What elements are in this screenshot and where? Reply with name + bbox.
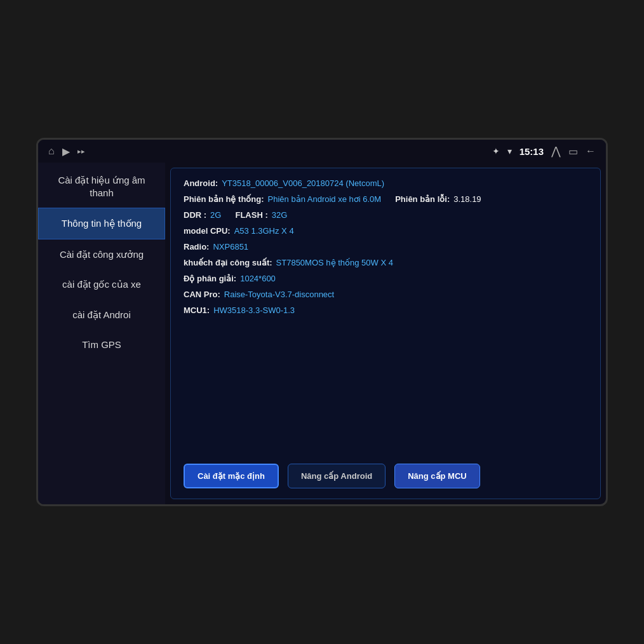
canpro-value: Raise-Toyota-V3.7-disconnect	[224, 290, 334, 299]
flash-label: FLASH :	[235, 210, 267, 220]
radio-row: Radio: NXP6851	[184, 242, 587, 252]
cpu-row: model CPU: A53 1.3GHz X 4	[184, 226, 587, 236]
sidebar-item-thong-tin-he-thong[interactable]: Thông tin hệ thống	[38, 208, 165, 239]
play-icon[interactable]: ▶	[62, 145, 70, 158]
canpro-row: CAN Pro: Raise-Toyota-V3.7-disconnect	[184, 290, 587, 299]
android-label: Android:	[184, 178, 218, 188]
nang-cap-mcu-button[interactable]: Nâng cấp MCU	[394, 464, 480, 488]
status-bar: ⌂ ▶ ▸▸ ✦ ▾ 15:13 ⋀ ▭ ←	[38, 140, 606, 163]
ddr-value: 2G	[210, 210, 221, 220]
amplifier-value: ST7850MOS hệ thống 50W X 4	[276, 258, 393, 267]
resolution-row: Độ phân giải: 1024*600	[184, 274, 587, 283]
android-value: YT3518_00006_V006_20180724 (NetcomL)	[222, 178, 384, 188]
resolution-value: 1024*600	[240, 274, 276, 283]
sidebar: Cài đặt hiệu ứng âm thanh Thông tin hệ t…	[38, 163, 165, 504]
sidebar-item-cai-dat-cong-xuong[interactable]: Cài đặt công xưởng	[38, 239, 165, 270]
flash-value: 32G	[272, 210, 288, 220]
radio-label: Radio:	[184, 242, 209, 252]
mcu-label: MCU1:	[184, 305, 210, 315]
radio-value: NXP6851	[213, 242, 248, 252]
ddr-label: DDR :	[184, 210, 206, 220]
amplifier-row: khuếch đại công suất: ST7850MOS hệ thống…	[184, 258, 587, 267]
status-bar-left: ⌂ ▶ ▸▸	[48, 145, 85, 158]
resolution-label: Độ phân giải:	[184, 274, 236, 283]
android-row: Android: YT3518_00006_V006_20180724 (Net…	[184, 178, 587, 188]
sidebar-item-cai-dat-goc[interactable]: cài đặt gốc của xe	[38, 269, 165, 300]
sidebar-item-cai-dat-hieu-ung[interactable]: Cài đặt hiệu ứng âm thanh	[38, 165, 165, 208]
bluetooth-icon: ✦	[492, 146, 500, 156]
nang-cap-android-button[interactable]: Nâng cấp Android	[288, 464, 386, 488]
mcu-value: HW3518-3.3-SW0-1.3	[213, 305, 295, 315]
phienban-label: Phiên bản hệ thống:	[184, 194, 264, 204]
cpu-value: A53 1.3GHz X 4	[234, 226, 294, 236]
clock: 15:13	[520, 146, 544, 157]
phienban-row: Phiên bản hệ thống: Phiên bản Android xe…	[184, 194, 587, 204]
skip-icon[interactable]: ▸▸	[77, 147, 85, 156]
back-icon[interactable]: ←	[586, 145, 596, 157]
sidebar-item-tim-gps[interactable]: Tìm GPS	[38, 330, 165, 360]
device-screen: ⌂ ▶ ▸▸ ✦ ▾ 15:13 ⋀ ▭ ← Cài đặt hiệu ứng …	[36, 138, 608, 506]
info-panel: Android: YT3518_00006_V006_20180724 (Net…	[170, 168, 601, 499]
phienban-value: Phiên bản Android xe hơi 6.0M	[268, 194, 382, 204]
mcu-row: MCU1: HW3518-3.3-SW0-1.3	[184, 305, 587, 315]
window-icon[interactable]: ▭	[568, 145, 578, 158]
phienban-loi-label: Phiên bản lỗi:	[395, 194, 450, 204]
phienban-loi-value: 3.18.19	[453, 194, 481, 204]
amplifier-label: khuếch đại công suất:	[184, 258, 272, 267]
status-bar-right: ✦ ▾ 15:13 ⋀ ▭ ←	[492, 144, 596, 158]
canpro-label: CAN Pro:	[184, 290, 220, 299]
cpu-label: model CPU:	[184, 226, 231, 236]
home-icon[interactable]: ⌂	[48, 145, 55, 157]
nav-up-icon[interactable]: ⋀	[551, 144, 561, 158]
main-content: Cài đặt hiệu ứng âm thanh Thông tin hệ t…	[38, 163, 606, 504]
buttons-row: Cài đặt mặc định Nâng cấp Android Nâng c…	[184, 456, 587, 488]
sidebar-item-cai-dat-androi[interactable]: cài đặt Androi	[38, 300, 165, 330]
signal-icon: ▾	[507, 146, 512, 156]
ddr-row: DDR : 2G FLASH : 32G	[184, 210, 587, 220]
cai-dat-mac-dinh-button[interactable]: Cài đặt mặc định	[184, 464, 279, 488]
